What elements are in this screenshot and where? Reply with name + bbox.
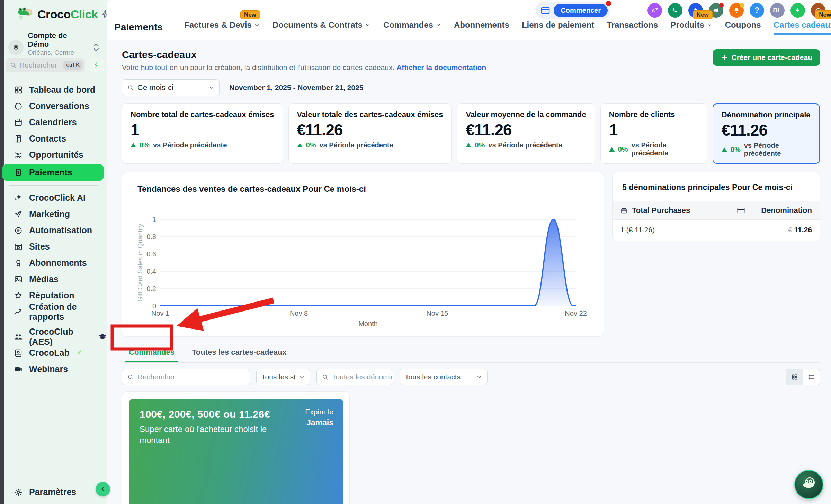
sidebar-item-calendars[interactable]: Calendriers xyxy=(0,114,107,130)
date-range-label: November 1, 2025 - November 21, 2025 xyxy=(229,83,364,92)
support-chat-widget[interactable] xyxy=(794,470,823,499)
user-avatar[interactable]: BL xyxy=(770,3,785,18)
sidebar-item-label: Paiements xyxy=(29,168,72,178)
gear-icon xyxy=(14,488,23,497)
chart-title: Tendances des ventes de cartes-cadeaux P… xyxy=(137,184,366,194)
documentation-link[interactable]: Afficher la documentation xyxy=(396,63,486,71)
create-gift-card-button[interactable]: Créer une carte-cadeau xyxy=(713,49,820,66)
sidebar-item-reporting[interactable]: Création de rapports xyxy=(0,304,107,320)
chevron-updown-icon[interactable] xyxy=(93,43,100,52)
sidebar-collapse-button[interactable] xyxy=(96,482,110,496)
app-logo[interactable]: CrocoClick xyxy=(16,6,110,22)
star-icon xyxy=(14,291,23,300)
search-icon xyxy=(10,62,17,69)
notification-dot xyxy=(719,3,724,8)
nav-documents-contrats[interactable]: Documents & Contrats xyxy=(272,20,371,35)
tab-toutes-les-cartes[interactable]: Toutes les cartes-cadeaux xyxy=(188,343,290,362)
video-camera-icon xyxy=(14,365,23,374)
tab-commandes[interactable]: Commandes xyxy=(125,343,178,362)
denomination-filter[interactable]: Toutes les dénomin xyxy=(316,369,393,385)
play-circle-icon xyxy=(14,226,23,235)
sidebar-item-label: Automatisation xyxy=(29,225,92,235)
period-select[interactable]: Ce mois-ci xyxy=(122,79,220,96)
sidebar-item-automation[interactable]: Automatisation xyxy=(0,222,107,238)
chevron-down-icon xyxy=(476,374,482,380)
stat-card-avg-order: Valeur moyenne de la commande €11.26 0%v… xyxy=(457,104,595,164)
phone-button[interactable] xyxy=(668,3,682,18)
gift-card-tile[interactable]: 100€, 200€, 500€ ou 11.26€ Super carte o… xyxy=(122,392,350,504)
sidebar-item-ai[interactable]: CrocoClick AI xyxy=(0,190,107,206)
contacts-filter-select[interactable]: Tous les contacts xyxy=(400,369,488,385)
sidebar-item-label: Tableau de bord xyxy=(29,85,95,95)
nav-liens-de-paiement[interactable]: Liens de paiement xyxy=(522,20,594,35)
sidebar-item-reputation[interactable]: Réputation xyxy=(0,287,107,304)
sidebar-item-webinars[interactable]: Webinars xyxy=(0,361,107,377)
chevron-down-icon xyxy=(706,22,713,28)
commencer-button[interactable]: Commencer xyxy=(554,4,608,17)
chevron-down-icon xyxy=(299,374,305,380)
crocodile-logo-icon xyxy=(16,6,35,22)
quick-actions-button[interactable] xyxy=(89,58,104,72)
boost-button[interactable] xyxy=(790,3,805,18)
stat-card-total-value: Valeur totale des cartes-cadeaux émises … xyxy=(288,104,452,164)
translate-button[interactable]: A xyxy=(647,3,662,18)
sidebar-item-dashboard[interactable]: Tableau de bord xyxy=(0,82,107,98)
sidebar-item-payments[interactable]: $Paiements xyxy=(2,164,104,181)
help-button[interactable]: ? xyxy=(750,3,764,18)
sidebar-item-crococlub[interactable]: CrocoClub (AES) xyxy=(0,328,107,345)
notifications-button[interactable] xyxy=(729,3,744,18)
up-triangle-icon xyxy=(466,143,471,147)
sidebar-menu: Tableau de bord Conversations Calendrier… xyxy=(0,82,107,377)
nav-transactions[interactable]: Transactions xyxy=(607,20,658,35)
notification-dot xyxy=(740,3,744,8)
stats-row: Nombre total de cartes-cadeaux émises 1 … xyxy=(122,104,820,164)
nav-factures-devis[interactable]: Factures & DevisNew xyxy=(184,20,260,35)
panel-title: 5 dénominations principales Pour Ce mois… xyxy=(613,172,820,201)
svg-text:0.8: 0.8 xyxy=(146,233,156,241)
sidebar-item-marketing[interactable]: Marketing xyxy=(0,206,107,222)
content-area: Cartes-cadeaux Votre hub tout-en-un pour… xyxy=(107,40,831,504)
list-view-button[interactable] xyxy=(803,369,820,385)
gift-card-preview: 100€, 200€, 500€ ou 11.26€ Super carte o… xyxy=(129,399,343,504)
address-book-icon xyxy=(14,134,23,143)
people-network-icon xyxy=(14,151,23,160)
orders-search-input[interactable] xyxy=(137,373,245,381)
sidebar-item-sites[interactable]: Sites xyxy=(0,238,107,255)
credit-card-icon[interactable] xyxy=(540,6,550,15)
chevron-down-icon xyxy=(254,22,260,28)
sidebar-item-label: CrocoClub (AES) xyxy=(29,327,92,347)
crocodile-mascot-icon xyxy=(800,476,818,494)
sidebar-search-input[interactable] xyxy=(19,61,57,69)
table-row[interactable]: 1 (€ 11.26) €11.26 xyxy=(613,220,820,241)
sidebar-item-media[interactable]: Médias xyxy=(0,271,107,287)
nav-commandes[interactable]: Commandes xyxy=(383,20,441,35)
sidebar-item-label: Marketing xyxy=(29,209,70,219)
nav-abonnements[interactable]: Abonnements xyxy=(454,20,509,35)
image-icon xyxy=(14,275,23,284)
nav-produits[interactable]: ProduitsNew xyxy=(670,20,712,35)
sidebar-item-opportunities[interactable]: Opportunités xyxy=(0,147,107,163)
sidebar-item-contacts[interactable]: Contacts xyxy=(0,130,107,147)
y-axis-label: Gift Card Sales in Quantity xyxy=(136,224,144,302)
svg-text:Nov 22: Nov 22 xyxy=(565,309,587,317)
sidebar-search[interactable]: ctrl K xyxy=(6,58,85,72)
nav-cartes-cadeaux[interactable]: Cartes cadeauxNew xyxy=(774,20,831,35)
orders-search[interactable] xyxy=(122,369,250,385)
sidebar-item-settings[interactable]: Paramètres xyxy=(14,487,76,497)
status-filter-select[interactable]: Tous les sta... xyxy=(256,369,310,385)
sidebar-item-crocolab[interactable]: CrocoLab xyxy=(0,345,107,361)
account-name: Compte de Démo xyxy=(28,31,89,49)
svg-text:0.4: 0.4 xyxy=(146,268,156,275)
column-total-purchases[interactable]: Total Purchases xyxy=(613,201,729,219)
grid-view-button[interactable] xyxy=(786,369,803,385)
area-chart: 1 0.8 0.6 0.4 0.2 0 Gift Card Sales in Q… xyxy=(136,202,590,330)
sidebar-item-conversations[interactable]: Conversations xyxy=(0,98,107,114)
bolt-logo-icon xyxy=(101,10,110,19)
chevron-down-icon xyxy=(208,84,214,91)
nav-coupons[interactable]: Coupons xyxy=(725,20,761,35)
column-denomination[interactable]: Denomination xyxy=(729,201,820,219)
users-icon xyxy=(14,332,23,341)
up-triangle-icon xyxy=(722,147,727,152)
sidebar-item-subscriptions[interactable]: Abonnements xyxy=(0,255,107,271)
divider xyxy=(9,185,98,186)
